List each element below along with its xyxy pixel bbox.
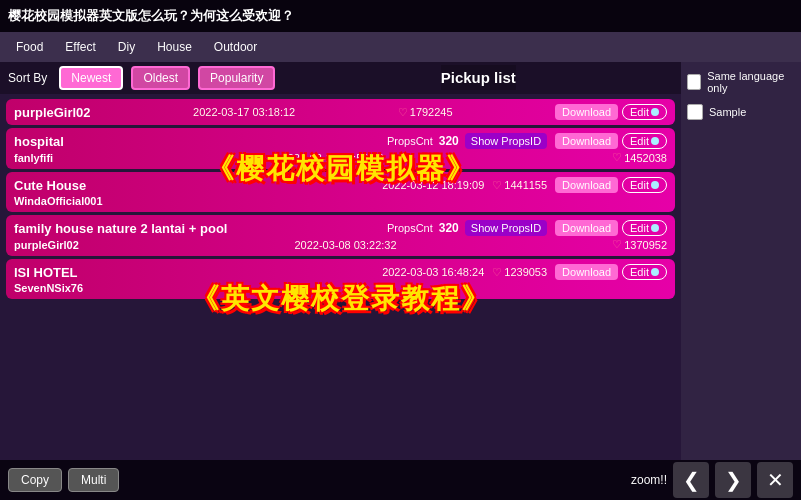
sort-popularity[interactable]: Popularity — [198, 66, 275, 90]
zoom-label: zoom!! — [631, 473, 667, 487]
filter-effect[interactable]: Effect — [57, 38, 103, 56]
show-props-button[interactable]: Show PropsID — [465, 133, 547, 149]
filter-bar: Food Effect Diy House Outdoor — [0, 32, 801, 62]
copy-button[interactable]: Copy — [8, 468, 62, 492]
nav-close-button[interactable]: ✕ — [757, 462, 793, 498]
content-area: Sort By Newest Oldest Popularity Pickup … — [0, 62, 801, 460]
list-item: purpleGirl02 2022-03-17 03:18:12 ♡179224… — [6, 99, 675, 125]
main-panel: Sort By Newest Oldest Popularity Pickup … — [0, 62, 681, 460]
filter-outdoor[interactable]: Outdoor — [206, 38, 265, 56]
item-sub-name: SevenNSix76 — [14, 282, 667, 294]
top-bar: 樱花校园模拟器英文版怎么玩？为何这么受欢迎？ — [0, 0, 801, 32]
bottom-right: zoom!! ❮ ❯ ✕ — [631, 462, 793, 498]
same-language-label: Same language only — [707, 70, 795, 94]
item-date: 2022-03-03 16:48:24 — [382, 266, 484, 278]
item-sub-name: fanlyfifi — [14, 152, 53, 164]
page-title: 樱花校园模拟器英文版怎么玩？为何这么受欢迎？ — [8, 7, 793, 25]
filter-house[interactable]: House — [149, 38, 200, 56]
list-item: Cute House 2022-03-12 18:19:09 ♡1441155 … — [6, 172, 675, 212]
edit-button[interactable]: Edit — [622, 104, 667, 120]
filter-diy[interactable]: Diy — [110, 38, 143, 56]
item-sub-name: purpleGirl02 — [14, 239, 79, 251]
item-likes: ♡1452038 — [612, 151, 667, 164]
sample-label: Sample — [709, 106, 746, 118]
sort-label: Sort By — [8, 71, 47, 85]
props-count: 320 — [439, 221, 459, 235]
item-likes: ♡1239053 — [492, 266, 547, 279]
item-date: 2022-03-08 03:22:32 — [294, 239, 396, 251]
show-props-button[interactable]: Show PropsID — [465, 220, 547, 236]
same-language-option: Same language only — [687, 70, 795, 94]
download-button[interactable]: Download — [555, 177, 618, 193]
edit-button[interactable]: Edit — [622, 264, 667, 280]
list-item: hospital PropsCnt 320 Show PropsID Downl… — [6, 128, 675, 169]
item-date: 2022-03-14 22:52:58 — [282, 152, 384, 164]
right-sidebar: Same language only Sample — [681, 62, 801, 460]
sort-oldest[interactable]: Oldest — [131, 66, 190, 90]
item-name: family house nature 2 lantai + pool — [14, 221, 227, 236]
sort-newest[interactable]: Newest — [59, 66, 123, 90]
filter-food[interactable]: Food — [8, 38, 51, 56]
download-button[interactable]: Download — [555, 220, 618, 236]
item-date: 2022-03-12 18:19:09 — [382, 179, 484, 191]
pickup-header: Pickup list — [441, 65, 516, 90]
edit-button[interactable]: Edit — [622, 177, 667, 193]
list-area[interactable]: purpleGirl02 2022-03-17 03:18:12 ♡179224… — [0, 94, 681, 460]
props-label: PropsCnt — [387, 135, 433, 147]
bottom-bar: Copy Multi zoom!! ❮ ❯ ✕ — [0, 460, 801, 500]
props-count: 320 — [439, 134, 459, 148]
nav-next-button[interactable]: ❯ — [715, 462, 751, 498]
item-likes: ♡1370952 — [612, 238, 667, 251]
item-likes: ♡1441155 — [492, 179, 547, 192]
list-item: family house nature 2 lantai + pool Prop… — [6, 215, 675, 256]
sample-checkbox[interactable] — [687, 104, 703, 120]
list-item: ISI HOTEL 2022-03-03 16:48:24 ♡1239053 D… — [6, 259, 675, 299]
edit-button[interactable]: Edit — [622, 220, 667, 236]
download-button[interactable]: Download — [555, 104, 618, 120]
multi-button[interactable]: Multi — [68, 468, 119, 492]
item-name: purpleGirl02 — [14, 105, 91, 120]
item-name: hospital — [14, 134, 64, 149]
download-button[interactable]: Download — [555, 133, 618, 149]
props-label: PropsCnt — [387, 222, 433, 234]
same-language-checkbox[interactable] — [687, 74, 701, 90]
item-name: Cute House — [14, 178, 86, 193]
item-likes: ♡1792245 — [398, 106, 453, 119]
item-sub-name: WindaOfficial001 — [14, 195, 667, 207]
item-name: ISI HOTEL — [14, 265, 78, 280]
download-button[interactable]: Download — [555, 264, 618, 280]
sample-option: Sample — [687, 104, 746, 120]
nav-prev-button[interactable]: ❮ — [673, 462, 709, 498]
item-date: 2022-03-17 03:18:12 — [193, 106, 295, 118]
edit-button[interactable]: Edit — [622, 133, 667, 149]
